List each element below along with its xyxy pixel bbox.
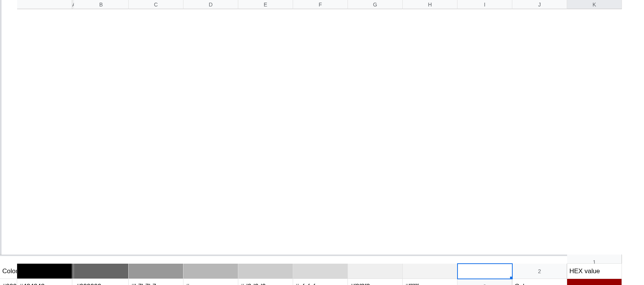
cell-I2[interactable]: #efefef — [293, 279, 348, 285]
cell-F1[interactable] — [183, 264, 238, 279]
row-header-2[interactable]: 2 — [512, 264, 567, 279]
column-header-E[interactable]: E — [238, 0, 293, 9]
row-separator — [512, 255, 567, 256]
cell-A1[interactable]: Color — [0, 264, 17, 279]
cell-B3[interactable] — [567, 279, 622, 285]
column-header-G[interactable]: G — [348, 0, 403, 9]
cell-H2[interactable]: #d9d9d9 — [238, 279, 293, 285]
column-header-J[interactable]: J — [512, 0, 567, 9]
row-header-1[interactable]: 1 — [567, 255, 622, 264]
cell-E2[interactable]: #999999 — [74, 279, 129, 285]
cell-J2[interactable]: #f3f3f3 — [348, 279, 403, 285]
column-header-K[interactable]: K — [567, 0, 622, 9]
cell-A2[interactable]: HEX value — [567, 264, 622, 279]
cell-J1[interactable] — [403, 264, 457, 279]
row-separator — [293, 255, 348, 256]
row-separator — [348, 255, 403, 256]
row-separator — [238, 255, 293, 256]
row-separator — [74, 255, 129, 256]
row-separator — [0, 255, 17, 256]
column-header-F[interactable]: F — [293, 0, 348, 9]
row-separator — [183, 255, 238, 256]
column-header-D[interactable]: D — [183, 0, 238, 9]
column-header-C[interactable]: C — [129, 0, 183, 9]
column-separator — [0, 0, 2, 255]
row-separator — [403, 255, 457, 256]
row-separator — [129, 255, 183, 256]
row-separator — [457, 255, 512, 256]
cell-G2[interactable]: #cccccc — [183, 279, 238, 285]
row-header-3[interactable]: 3 — [457, 279, 512, 285]
cell-B2[interactable]: #000000 — [0, 279, 17, 285]
cell-B1[interactable] — [17, 264, 72, 279]
cell-C2[interactable]: #434343 — [17, 279, 72, 285]
cell-K2[interactable]: #ffffff — [403, 279, 457, 285]
spreadsheet-grid[interactable]: ABCDEFGHIJK1Color2HEX value#000000#43434… — [0, 0, 644, 285]
column-header-I[interactable]: I — [457, 0, 512, 9]
cell-D1[interactable] — [74, 264, 129, 279]
cell-A3[interactable]: Color — [512, 279, 567, 285]
row-separator — [17, 255, 72, 256]
cell-H1[interactable] — [293, 264, 348, 279]
cell-I1[interactable] — [348, 264, 403, 279]
cell-G1[interactable] — [238, 264, 293, 279]
select-all-corner[interactable] — [17, 0, 72, 9]
column-header-B[interactable]: B — [74, 0, 129, 9]
cell-E1[interactable] — [129, 264, 183, 279]
cell-F2[interactable]: #b7b7b7 — [129, 279, 183, 285]
column-header-H[interactable]: H — [403, 0, 457, 9]
cell-K1[interactable] — [457, 264, 512, 279]
